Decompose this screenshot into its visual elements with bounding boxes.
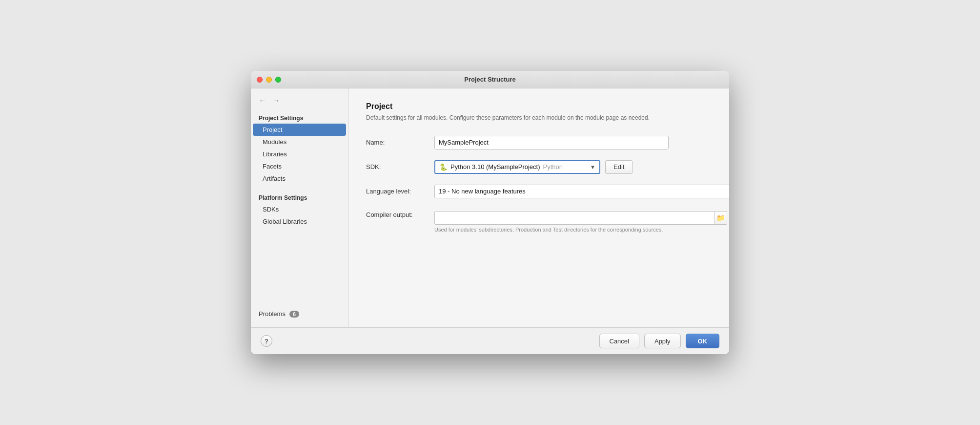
footer-left: ? (261, 335, 272, 347)
compiler-output-hint: Used for modules' subdirectories, Produc… (434, 227, 727, 233)
window-title: Project Structure (464, 76, 515, 83)
problems-badge: 6 (289, 311, 299, 318)
back-button[interactable]: ← (257, 95, 268, 106)
problems-label: Problems (259, 310, 286, 318)
language-level-row: Language level: 19 - No new language fea… (366, 185, 712, 198)
compiler-output-input[interactable] (434, 211, 715, 225)
compiler-output-row: Compiler output: 📁 Used for modules' sub… (366, 209, 712, 233)
main-panel: Project Default settings for all modules… (348, 88, 729, 327)
sdk-dropdown[interactable]: 🐍 Python 3.10 (MySampleProject) Python ▼ (434, 160, 600, 174)
forward-button[interactable]: → (270, 95, 282, 106)
apply-button[interactable]: Apply (644, 334, 681, 348)
folder-icon: 📁 (716, 214, 725, 222)
name-control (434, 136, 712, 149)
traffic-lights (257, 77, 281, 83)
sdk-control: 🐍 Python 3.10 (MySampleProject) Python ▼… (434, 160, 712, 174)
platform-settings-header: Platform Settings (251, 191, 348, 203)
compiler-output-control: 📁 Used for modules' subdirectories, Prod… (434, 211, 727, 233)
project-structure-window: Project Structure ← → Project Settings P… (251, 71, 729, 354)
sdk-label: SDK: (366, 163, 434, 170)
sdk-edit-button[interactable]: Edit (605, 160, 633, 174)
titlebar: Project Structure (251, 71, 729, 88)
sidebar-item-facets[interactable]: Facets (251, 160, 348, 172)
sidebar-item-sdks[interactable]: SDKs (251, 203, 348, 215)
problems-section[interactable]: Problems 6 (251, 305, 348, 322)
footer: ? Cancel Apply OK (251, 327, 729, 354)
language-level-label: Language level: (366, 188, 434, 195)
sidebar-item-project[interactable]: Project (253, 124, 346, 136)
language-level-control: 19 - No new language features ▼ (434, 185, 727, 198)
cancel-button[interactable]: Cancel (599, 334, 639, 348)
sdk-hint: Python (543, 163, 563, 170)
sdk-selector-row: 🐍 Python 3.10 (MySampleProject) Python ▼… (434, 160, 712, 174)
project-settings-header: Project Settings (251, 112, 348, 124)
language-level-value: 19 - No new language features (439, 188, 526, 195)
compiler-browse-button[interactable]: 📁 (715, 211, 727, 225)
name-input[interactable] (434, 136, 669, 149)
sdk-text: Python 3.10 (MySampleProject) (450, 163, 540, 170)
close-button[interactable] (257, 77, 263, 83)
main-content: ← → Project Settings Project Modules Lib… (251, 88, 729, 327)
help-button[interactable]: ? (261, 335, 272, 347)
sidebar: ← → Project Settings Project Modules Lib… (251, 88, 348, 327)
language-level-dropdown[interactable]: 19 - No new language features ▼ (434, 185, 729, 198)
ok-button[interactable]: OK (686, 334, 720, 348)
sidebar-item-modules[interactable]: Modules (251, 136, 348, 148)
sidebar-item-global-libraries[interactable]: Global Libraries (251, 215, 348, 228)
maximize-button[interactable] (275, 77, 281, 83)
sdk-row: SDK: 🐍 Python 3.10 (MySampleProject) Pyt… (366, 160, 712, 174)
panel-title: Project (366, 102, 712, 111)
sdk-select-inner: 🐍 Python 3.10 (MySampleProject) Python (439, 163, 563, 171)
name-label: Name: (366, 139, 434, 146)
compiler-output-label: Compiler output: (366, 211, 434, 218)
sdk-dropdown-arrow: ▼ (590, 164, 595, 170)
compiler-input-row: 📁 (434, 211, 727, 225)
nav-controls: ← → (251, 93, 348, 112)
python-icon: 🐍 (439, 163, 448, 171)
footer-right: Cancel Apply OK (599, 334, 720, 348)
sidebar-item-artifacts[interactable]: Artifacts (251, 172, 348, 185)
minimize-button[interactable] (266, 77, 272, 83)
sidebar-item-libraries[interactable]: Libraries (251, 148, 348, 160)
panel-subtitle: Default settings for all modules. Config… (366, 114, 712, 122)
name-row: Name: (366, 136, 712, 149)
